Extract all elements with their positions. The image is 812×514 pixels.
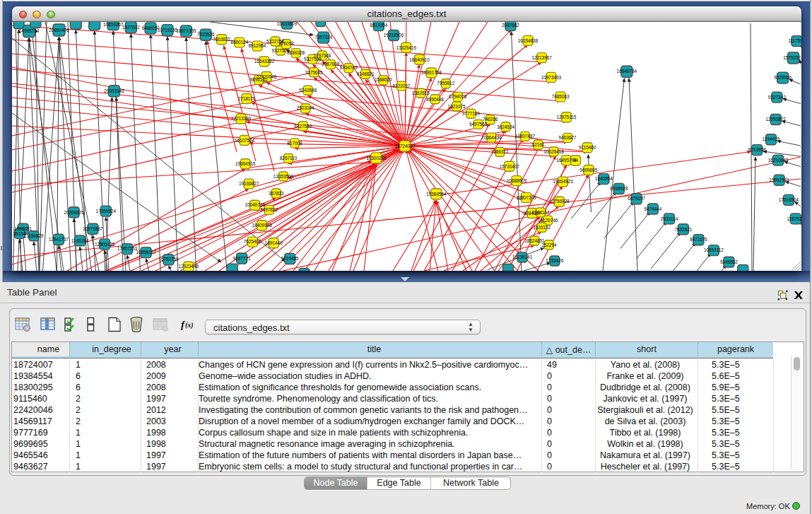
svg-text:1117595: 1117595	[788, 38, 801, 43]
svg-text:12505135: 12505135	[95, 242, 115, 247]
svg-text:16107554: 16107554	[235, 138, 255, 143]
svg-text:6497568: 6497568	[469, 122, 487, 127]
svg-text:1621075: 1621075	[448, 104, 466, 109]
svg-text:1691440: 1691440	[265, 240, 283, 245]
svg-text:17016504: 17016504	[779, 197, 799, 202]
svg-text:10973493: 10973493	[541, 75, 562, 80]
svg-text:19166827: 19166827	[239, 181, 259, 186]
svg-text:20206576: 20206576	[64, 210, 84, 215]
svg-text:976058: 976058	[278, 41, 294, 46]
svg-text:7625402: 7625402	[244, 239, 261, 244]
svg-text:12942737: 12942737	[49, 237, 69, 242]
svg-text:10719155: 10719155	[158, 28, 178, 33]
svg-text:8267110: 8267110	[280, 156, 298, 160]
svg-text:19654915: 19654915	[235, 161, 256, 166]
svg-text:16543382: 16543382	[254, 59, 275, 64]
svg-text:94: 94	[573, 158, 579, 163]
svg-text:62160: 62160	[532, 142, 545, 147]
svg-text:9777169: 9777169	[462, 111, 480, 116]
svg-text:12093872: 12093872	[765, 117, 786, 122]
svg-text:8427552: 8427552	[294, 124, 312, 129]
svg-text:9242848: 9242848	[299, 88, 317, 93]
svg-text:2967608: 2967608	[322, 62, 339, 66]
svg-text:9463627: 9463627	[559, 135, 577, 140]
svg-text:17359924: 17359924	[96, 209, 117, 214]
svg-text:2933114: 2933114	[661, 216, 678, 221]
svg-text:16210643: 16210643	[768, 158, 789, 163]
svg-text:9245652: 9245652	[720, 259, 738, 264]
svg-text:1167534: 1167534	[787, 216, 801, 221]
svg-text:1797546: 1797546	[314, 53, 331, 58]
svg-text:16782759: 16782759	[158, 257, 179, 262]
svg-text:12213967: 12213967	[531, 55, 552, 60]
svg-text:5497822: 5497822	[260, 207, 278, 212]
svg-text:8990448: 8990448	[426, 97, 444, 102]
svg-text:16671355: 16671355	[176, 28, 196, 33]
svg-text:20691406: 20691406	[49, 28, 69, 33]
svg-text:8215958: 8215958	[748, 147, 766, 152]
svg-text:(x): (x)	[185, 321, 194, 329]
svg-text:9227342: 9227342	[768, 95, 786, 100]
svg-text:7663822: 7663822	[213, 37, 230, 42]
svg-text:15692971: 15692971	[769, 177, 789, 182]
svg-text:9716485: 9716485	[281, 256, 299, 261]
svg-text:15751074: 15751074	[783, 55, 801, 60]
svg-text:2087682: 2087682	[502, 23, 519, 28]
svg-text:8860124: 8860124	[230, 40, 248, 45]
svg-text:1733426: 1733426	[546, 258, 563, 263]
svg-text:8186328: 8186328	[287, 50, 305, 55]
svg-text:16154838: 16154838	[518, 38, 539, 43]
svg-text:20053346: 20053346	[104, 88, 124, 93]
svg-text:8322037: 8322037	[393, 83, 411, 88]
svg-text:1527602: 1527602	[122, 25, 140, 30]
svg-text:7357224: 7357224	[314, 35, 332, 40]
svg-text:18409948: 18409948	[252, 223, 272, 228]
svg-text:8938928: 8938928	[610, 186, 628, 191]
svg-text:6794078: 6794078	[449, 94, 466, 99]
svg-text:13353569: 13353569	[273, 174, 294, 179]
svg-text:1244415: 1244415	[763, 136, 780, 141]
svg-text:16136141: 16136141	[512, 255, 533, 259]
svg-text:1640954: 1640954	[595, 176, 613, 181]
svg-text:8454749: 8454749	[340, 65, 358, 70]
svg-text:2718176: 2718176	[238, 96, 256, 101]
svg-text:10688609: 10688609	[507, 178, 527, 183]
svg-text:3624534: 3624534	[497, 124, 514, 129]
svg-text:9329966: 9329966	[774, 75, 792, 80]
svg-text:7386372: 7386372	[491, 149, 509, 154]
svg-text:817008: 817008	[287, 141, 302, 146]
svg-text:6479197: 6479197	[628, 196, 645, 201]
svg-text:16120746: 16120746	[538, 218, 558, 223]
svg-text:7955812: 7955812	[437, 81, 454, 86]
svg-text:1362615: 1362615	[412, 90, 430, 95]
svg-text:7485063: 7485063	[552, 94, 570, 99]
svg-text:1615132: 1615132	[533, 225, 551, 230]
svg-text:14055714: 14055714	[19, 28, 40, 33]
svg-text:16033809: 16033809	[277, 22, 298, 26]
svg-text:11156829: 11156829	[24, 233, 44, 238]
svg-text:9474444: 9474444	[644, 206, 661, 211]
svg-text:16961758: 16961758	[421, 70, 442, 75]
svg-text:387833: 387833	[269, 191, 284, 196]
svg-text:9699695: 9699695	[579, 168, 597, 173]
svg-text:10025418: 10025418	[543, 149, 564, 154]
svg-text:18807249: 18807249	[516, 195, 536, 200]
svg-text:1588520: 1588520	[375, 77, 392, 82]
svg-text:1145194: 1145194	[71, 238, 89, 243]
svg-text:18300295: 18300295	[366, 156, 387, 160]
svg-text:9896161: 9896161	[250, 77, 268, 82]
svg-text:18724007: 18724007	[395, 144, 416, 148]
svg-text:12923448: 12923448	[179, 264, 199, 269]
svg-text:252294: 252294	[541, 243, 557, 247]
svg-text:2603144: 2603144	[297, 105, 314, 110]
svg-text:15720407: 15720407	[500, 164, 520, 169]
svg-text:8912954: 8912954	[248, 43, 266, 48]
svg-text:10756928: 10756928	[549, 199, 570, 204]
svg-text:1284167: 1284167	[532, 210, 550, 215]
svg-text:3375685: 3375685	[305, 70, 323, 75]
svg-text:9657771: 9657771	[233, 256, 251, 261]
svg-text:20364436: 20364436	[481, 135, 502, 140]
svg-text:13325419: 13325419	[396, 45, 417, 50]
svg-text:10653267: 10653267	[103, 22, 124, 27]
svg-text:19384554: 19384554	[426, 192, 447, 197]
